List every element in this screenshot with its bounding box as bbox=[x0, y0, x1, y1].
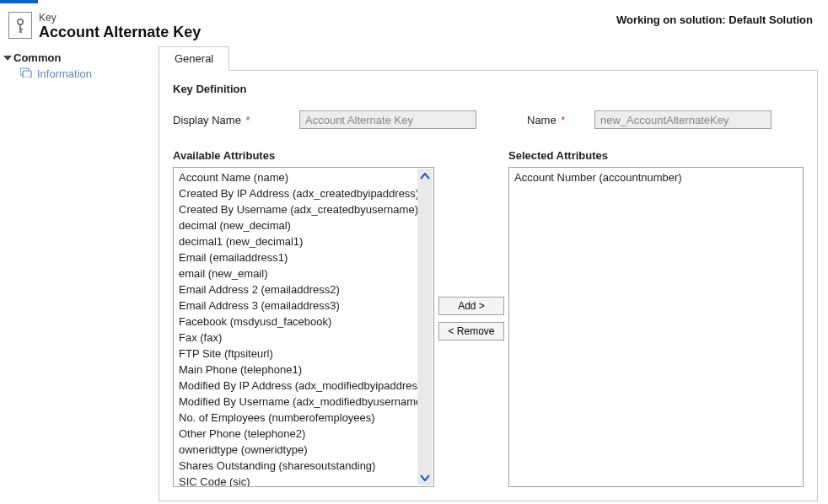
list-item[interactable]: Email (emailaddress1) bbox=[174, 249, 433, 265]
list-item[interactable]: Account Number (accountnumber) bbox=[509, 169, 803, 185]
info-icon bbox=[20, 67, 32, 80]
list-item[interactable]: SIC Code (sic) bbox=[174, 474, 433, 487]
list-item[interactable]: Email Address 2 (emailaddress2) bbox=[174, 281, 433, 298]
list-item[interactable]: owneridtype (owneridtype) bbox=[174, 442, 433, 458]
available-attributes-label: Available Attributes bbox=[173, 149, 434, 162]
list-item[interactable]: Facebook (msdyusd_facebook) bbox=[174, 314, 433, 330]
sidebar-item-label: Information bbox=[37, 67, 92, 80]
section-title: Key Definition bbox=[173, 83, 804, 95]
page-title: Account Alternate Key bbox=[39, 24, 616, 41]
name-field[interactable] bbox=[594, 110, 772, 129]
display-name-label: Display Name * bbox=[173, 114, 299, 126]
tabbar: General bbox=[159, 46, 818, 71]
collapse-icon bbox=[3, 56, 12, 61]
scroll-down-icon[interactable] bbox=[417, 470, 433, 485]
svg-rect-2 bbox=[19, 29, 23, 30]
svg-rect-5 bbox=[23, 71, 31, 78]
list-item[interactable]: Modified By IP Address (adx_modifiedbyip… bbox=[174, 378, 433, 394]
sidebar-heading-common[interactable]: Common bbox=[5, 51, 159, 64]
page-header: Key Account Alternate Key Working on sol… bbox=[0, 3, 828, 46]
tab-general[interactable]: General bbox=[159, 46, 229, 71]
scrollbar[interactable] bbox=[417, 169, 433, 485]
list-item[interactable]: decimal1 (new_decimal1) bbox=[174, 233, 433, 249]
required-marker: * bbox=[243, 114, 250, 126]
list-item[interactable]: email (new_email) bbox=[174, 265, 433, 281]
selected-attributes-label: Selected Attributes bbox=[508, 149, 804, 162]
list-item[interactable]: Modified By Username (adx_modifiedbyuser… bbox=[174, 394, 433, 410]
add-button[interactable]: Add > bbox=[438, 297, 504, 315]
list-item[interactable]: Main Phone (telephone1) bbox=[174, 362, 433, 378]
required-marker: * bbox=[558, 114, 566, 126]
list-item[interactable]: FTP Site (ftpsiteurl) bbox=[174, 346, 433, 362]
name-label: Name * bbox=[527, 114, 594, 126]
svg-rect-1 bbox=[19, 24, 21, 32]
list-item[interactable]: Other Phone (telephone2) bbox=[174, 426, 433, 442]
sidebar-item-information[interactable]: Information bbox=[5, 64, 159, 80]
solution-label: Working on solution: Default Solution bbox=[616, 13, 813, 26]
list-item[interactable]: Account Name (name) bbox=[174, 169, 433, 185]
key-icon bbox=[8, 12, 32, 39]
sidebar: Common Information bbox=[0, 46, 159, 504]
scroll-up-icon[interactable] bbox=[417, 169, 433, 184]
list-item[interactable]: Fax (fax) bbox=[174, 330, 433, 346]
list-item[interactable]: Created By Username (adx_createdbyuserna… bbox=[174, 201, 433, 217]
tab-content: Key Definition Display Name * Name * bbox=[159, 71, 818, 501]
selected-attributes-list[interactable]: Account Number (accountnumber) bbox=[508, 167, 804, 487]
list-item[interactable]: No. of Employees (numberofemployees) bbox=[174, 410, 433, 426]
remove-button[interactable]: < Remove bbox=[438, 322, 504, 340]
svg-point-0 bbox=[18, 19, 23, 24]
display-name-field[interactable] bbox=[299, 110, 476, 129]
list-item[interactable]: decimal (new_decimal) bbox=[174, 217, 433, 233]
list-item[interactable]: Email Address 3 (emailaddress3) bbox=[174, 298, 433, 314]
svg-rect-3 bbox=[19, 31, 22, 33]
available-attributes-list[interactable]: Account Name (name)Created By IP Address… bbox=[173, 167, 434, 487]
header-sup-label: Key bbox=[39, 12, 616, 24]
list-item[interactable]: Created By IP Address (adx_createdbyipad… bbox=[174, 185, 433, 201]
list-item[interactable]: Shares Outstanding (sharesoutstanding) bbox=[174, 458, 433, 474]
